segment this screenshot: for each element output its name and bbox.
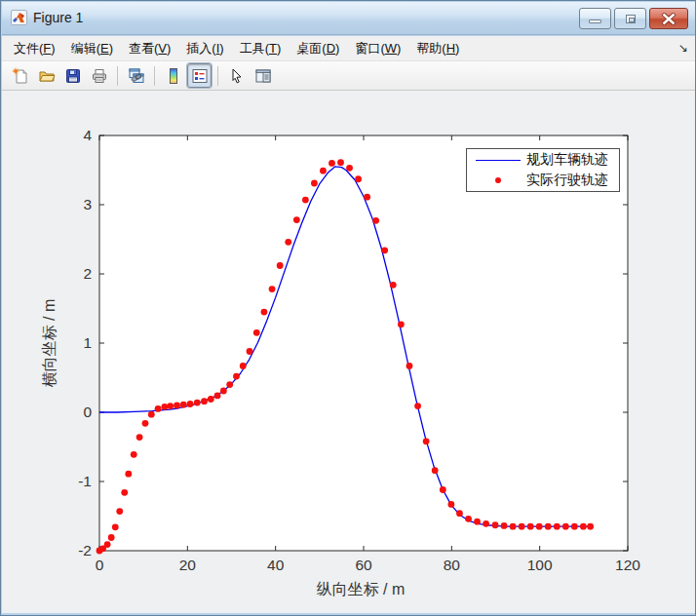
menu-item-f[interactable]: 文件(F) bbox=[6, 36, 63, 61]
actual-trajectory-point bbox=[208, 396, 214, 403]
y-tick-label: -1 bbox=[78, 473, 92, 489]
actual-trajectory-point bbox=[346, 165, 353, 172]
actual-trajectory-point bbox=[406, 363, 413, 369]
actual-trajectory-point bbox=[536, 523, 543, 530]
actual-trajectory-point bbox=[104, 541, 111, 548]
actual-trajectory-point bbox=[372, 217, 379, 224]
edit-plot-arrow-icon bbox=[228, 67, 246, 85]
minimize-button[interactable] bbox=[579, 8, 611, 29]
actual-trajectory-point bbox=[174, 403, 180, 409]
y-tick-label: 2 bbox=[83, 265, 92, 282]
open-folder-icon bbox=[38, 67, 56, 85]
actual-trajectory-point bbox=[112, 523, 119, 530]
menu-item-v[interactable]: 查看(V) bbox=[121, 36, 178, 61]
actual-trajectory-point bbox=[261, 309, 268, 316]
actual-trajectory-point bbox=[554, 523, 561, 530]
link-plot-button[interactable] bbox=[124, 63, 148, 88]
actual-trajectory-point bbox=[233, 373, 240, 380]
actual-trajectory-point bbox=[423, 438, 430, 444]
actual-trajectory-point bbox=[161, 404, 168, 410]
actual-trajectory-point bbox=[285, 239, 291, 246]
actual-trajectory-point bbox=[121, 489, 128, 496]
actual-trajectory-point bbox=[355, 175, 362, 182]
menu-overflow-icon[interactable]: ↘ bbox=[678, 41, 688, 55]
x-axis-label: 纵向坐标 / m bbox=[317, 581, 406, 597]
actual-trajectory-point bbox=[320, 168, 327, 174]
actual-trajectory-point bbox=[148, 411, 155, 418]
legend-label: 规划车辆轨迹 bbox=[526, 151, 608, 169]
link-plot-icon bbox=[128, 67, 145, 85]
print-figure-button[interactable] bbox=[87, 63, 111, 88]
actual-trajectory-point bbox=[571, 523, 578, 530]
menu-item-i[interactable]: 插入(I) bbox=[178, 36, 231, 61]
titlebar[interactable]: Figure 1 bbox=[2, 2, 696, 35]
actual-trajectory-point bbox=[364, 194, 370, 201]
actual-trajectory-point bbox=[337, 159, 344, 166]
legend[interactable]: 规划车辆轨迹实际行驶轨迹 bbox=[466, 148, 620, 192]
y-axis-label: 横向坐标 / m bbox=[41, 299, 58, 388]
actual-trajectory-point bbox=[390, 282, 397, 289]
actual-trajectory-point bbox=[180, 402, 187, 408]
new-figure-button[interactable] bbox=[8, 63, 32, 88]
actual-trajectory-point bbox=[465, 516, 472, 522]
menu-item-w[interactable]: 窗口(W) bbox=[347, 36, 408, 61]
y-tick-label: 3 bbox=[83, 196, 92, 212]
actual-trajectory-point bbox=[253, 329, 260, 336]
actual-trajectory-point bbox=[269, 286, 276, 292]
actual-trajectory-point bbox=[432, 467, 439, 474]
x-tick-label: 60 bbox=[355, 557, 372, 573]
legend-entry: 规划车辆轨迹 bbox=[467, 150, 619, 170]
x-tick-label: 0 bbox=[96, 557, 104, 573]
actual-trajectory-point bbox=[311, 180, 318, 187]
actual-trajectory-point bbox=[214, 393, 221, 400]
actual-trajectory-point bbox=[302, 197, 309, 204]
menu-item-e[interactable]: 编辑(E) bbox=[63, 36, 121, 61]
actual-trajectory-point bbox=[194, 400, 201, 406]
actual-trajectory-point bbox=[187, 401, 194, 407]
actual-trajectory-point bbox=[131, 451, 137, 458]
close-button[interactable] bbox=[649, 8, 688, 29]
x-tick-label: 40 bbox=[267, 557, 285, 573]
insert-legend-button[interactable] bbox=[187, 63, 212, 88]
y-tick-label: -2 bbox=[78, 542, 92, 558]
actual-trajectory-point bbox=[293, 216, 300, 223]
legend-label: 实际行驶轨迹 bbox=[526, 172, 608, 189]
actual-trajectory-point bbox=[220, 388, 227, 395]
actual-trajectory-point bbox=[580, 523, 587, 530]
actual-trajectory-point bbox=[587, 523, 594, 530]
actual-trajectory-point bbox=[136, 434, 143, 441]
matlab-logo-icon bbox=[11, 10, 27, 25]
y-tick-label: 4 bbox=[83, 127, 92, 143]
window-title: Figure 1 bbox=[33, 10, 83, 25]
menu-item-d[interactable]: 桌面(D) bbox=[289, 36, 347, 61]
actual-trajectory-point bbox=[447, 501, 454, 508]
actual-trajectory-point bbox=[398, 321, 405, 327]
menu-item-t[interactable]: 工具(T) bbox=[232, 36, 290, 61]
menu-item-h[interactable]: 帮助(H) bbox=[408, 36, 467, 61]
edit-plot-button[interactable] bbox=[224, 63, 249, 88]
restore-button[interactable] bbox=[614, 8, 646, 29]
figure-canvas: 020406080100120-2-101234纵向坐标 / m横向坐标 / m… bbox=[2, 91, 696, 613]
plot-tools-button[interactable] bbox=[251, 63, 275, 88]
toolbar-separator bbox=[154, 66, 155, 86]
save-figure-button[interactable] bbox=[60, 63, 85, 88]
save-icon bbox=[64, 67, 82, 85]
toolbar-separator bbox=[117, 66, 118, 86]
actual-trajectory-point bbox=[142, 420, 149, 427]
legend-line-sample bbox=[476, 160, 521, 161]
x-tick-label: 120 bbox=[615, 557, 640, 573]
actual-trajectory-point bbox=[155, 405, 162, 412]
open-file-button[interactable] bbox=[34, 63, 58, 88]
actual-trajectory-point bbox=[167, 403, 174, 409]
insert-colorbar-button[interactable] bbox=[161, 63, 185, 88]
actual-trajectory-point bbox=[545, 523, 552, 530]
actual-trajectory-point bbox=[381, 247, 388, 253]
actual-trajectory-point bbox=[201, 398, 208, 404]
actual-trajectory-point bbox=[240, 363, 247, 369]
toolbar-separator bbox=[217, 66, 218, 86]
legend-icon bbox=[191, 67, 209, 85]
x-tick-label: 80 bbox=[444, 557, 461, 573]
y-tick-label: 0 bbox=[83, 404, 92, 420]
actual-trajectory-point bbox=[527, 523, 534, 530]
actual-trajectory-point bbox=[414, 403, 421, 409]
